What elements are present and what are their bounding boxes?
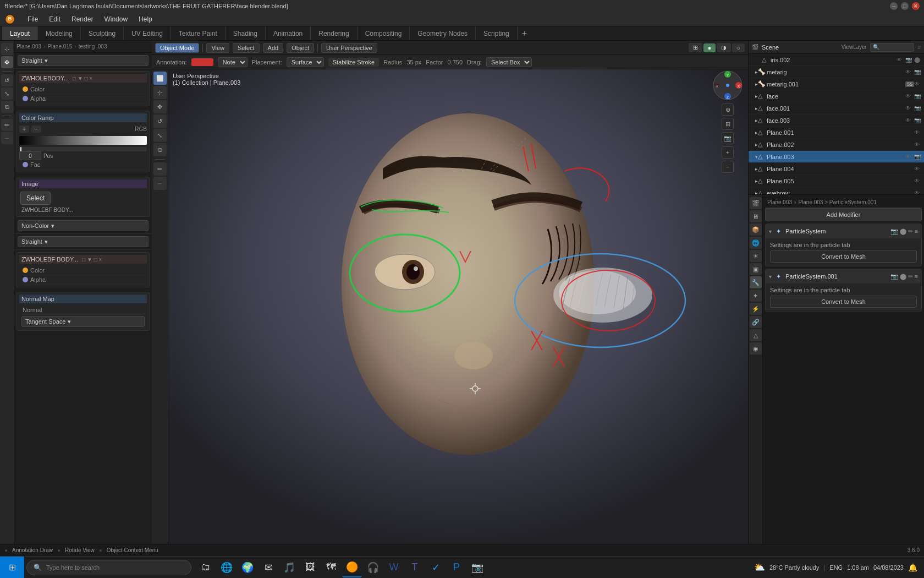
tab-texture-paint[interactable]: Texture Paint — [171, 26, 226, 40]
outliner-item-plane001[interactable]: ▸ △ Plane.001 👁 — [749, 127, 924, 139]
placement-select[interactable]: Surface — [287, 57, 324, 67]
outliner-item-plane005[interactable]: ▸ △ Plane.005 👁 — [749, 175, 924, 187]
taskbar-paint[interactable]: P — [447, 558, 466, 577]
outliner-filter-icon[interactable]: ≡ — [917, 44, 921, 50]
convert-to-mesh-btn-2[interactable]: Convert to Mesh — [770, 296, 917, 308]
annotate-btn[interactable]: ✏ — [1, 119, 13, 131]
object-data-props-btn[interactable]: △ — [750, 329, 762, 341]
scale-tool[interactable]: ⤡ — [153, 129, 167, 142]
scale-tool-btn[interactable]: ⤡ — [1, 88, 13, 100]
straight-dropdown-1[interactable]: Straight ▾ — [18, 55, 148, 66]
taskbar-blender[interactable]: 🟠 — [342, 558, 362, 577]
rendered-btn[interactable]: ○ — [732, 43, 745, 52]
rotate-tool-btn[interactable]: ↺ — [1, 74, 13, 86]
close-button[interactable]: ✕ — [912, 2, 920, 10]
annotation-color[interactable] — [191, 58, 213, 66]
annotate-tool[interactable]: ✏ — [153, 162, 167, 176]
taskbar-word[interactable]: W — [384, 558, 404, 577]
cr-pos-input[interactable] — [19, 151, 41, 160]
taskbar-camera2[interactable]: 📷 — [468, 558, 487, 577]
modifier-props-btn active[interactable]: 🔧 — [750, 276, 762, 288]
zoom-in-btn[interactable]: + — [722, 146, 734, 159]
cr-remove-btn[interactable]: − — [31, 126, 41, 133]
tab-sculpting[interactable]: Sculpting — [81, 26, 124, 40]
stabilize-stroke-btn[interactable]: Stabilize Stroke — [328, 58, 379, 67]
straight-dropdown-2[interactable]: Straight ▾ — [18, 236, 148, 247]
move-tool-btn[interactable]: ✥ — [1, 56, 13, 68]
tab-rendering[interactable]: Rendering — [311, 26, 357, 40]
mod2-cam-icon[interactable]: 📷 — [890, 273, 898, 280]
taskbar-maps[interactable]: 🗺 — [321, 558, 341, 577]
select-button[interactable]: Select — [20, 192, 51, 205]
output-props-btn[interactable]: 🖥 — [750, 210, 762, 222]
vp-view-btn[interactable]: View — [206, 43, 229, 53]
maximize-button[interactable]: □ — [901, 2, 909, 10]
taskbar-music[interactable]: 🎵 — [279, 558, 299, 577]
modifier-header-2[interactable]: ▾ ✦ ParticleSystem.001 📷 ⬤ ✏ ≡ — [766, 269, 921, 283]
bc-testing003[interactable]: testing .003 — [79, 43, 107, 50]
convert-to-mesh-btn-1[interactable]: Convert to Mesh — [770, 250, 917, 263]
menu-render[interactable]: Render — [66, 12, 98, 26]
tangent-space-dropdown[interactable]: Tangent Space ▾ — [21, 316, 145, 327]
solid-btn[interactable]: ● — [703, 43, 716, 52]
scene-props-btn[interactable]: 🌐 — [750, 237, 762, 249]
object-mode-btn[interactable]: Object Mode — [155, 43, 199, 53]
viewport-canvas[interactable] — [168, 69, 748, 548]
tab-layout[interactable]: Layout — [2, 26, 38, 40]
cursor-tool[interactable]: ⊹ — [153, 86, 167, 99]
taskbar-photos[interactable]: 🖼 — [300, 558, 320, 577]
window-controls[interactable]: ─ □ ✕ — [890, 2, 920, 10]
outliner-item-iris002[interactable]: △ iris.002 👁 📷 ⬤ — [749, 54, 924, 66]
add-modifier-button[interactable]: Add Modifier — [765, 208, 922, 221]
mod2-edit-icon[interactable]: ✏ — [908, 273, 913, 280]
vp-add-btn[interactable]: Add — [263, 43, 284, 53]
vp-object-name[interactable]: User Perspective — [321, 43, 377, 53]
taskbar-teams[interactable]: T — [405, 558, 425, 577]
outliner-item-face003[interactable]: ▸ △ face.003 👁 📷 — [749, 114, 924, 127]
outliner-item-plane002[interactable]: ▸ △ Plane.002 👁 — [749, 139, 924, 151]
tab-modeling[interactable]: Modeling — [38, 26, 81, 40]
non-color-dropdown[interactable]: Non-Color ▾ — [18, 220, 148, 231]
tab-shading[interactable]: Shading — [226, 26, 266, 40]
add-workspace-button[interactable]: + — [518, 29, 531, 39]
bc-plane015[interactable]: Plane.015 — [47, 43, 72, 50]
measure-btn[interactable]: ⏤ — [1, 132, 13, 144]
navigation-gizmo[interactable]: X -X Y Z — [712, 69, 744, 101]
tab-geometry-nodes[interactable]: Geometry Nodes — [410, 26, 476, 40]
menu-help[interactable]: Help — [133, 12, 158, 26]
drag-select[interactable]: Select Box — [486, 57, 532, 67]
menu-file[interactable]: File — [22, 12, 43, 26]
mod1-cam-icon[interactable]: 📷 — [890, 228, 898, 235]
vp-object-btn[interactable]: Object — [287, 43, 314, 53]
constraint-props-btn[interactable]: 🔗 — [750, 316, 762, 328]
taskbar-chrome[interactable]: 🌍 — [238, 558, 257, 577]
transform-tool[interactable]: ⧉ — [153, 143, 167, 156]
perspective-toggle-btn[interactable]: ⊛ — [722, 103, 734, 116]
vp-select-btn[interactable]: Select — [233, 43, 260, 53]
outliner-item-plane003[interactable]: ▾ △ Plane.003 👁 📷 — [749, 151, 924, 163]
mod1-render-icon[interactable]: ⬤ — [900, 228, 906, 235]
mod2-render-icon[interactable]: ⬤ — [900, 273, 906, 280]
color-ramp-gradient[interactable] — [19, 136, 147, 145]
wireframe-btn[interactable]: ⊞ — [689, 43, 702, 52]
measure-tool[interactable]: ⏤ — [153, 177, 167, 190]
outliner-search-input[interactable] — [870, 43, 914, 52]
camera-view-btn[interactable]: 📷 — [722, 132, 734, 144]
material-props-btn[interactable]: ◉ — [750, 342, 762, 355]
menu-edit[interactable]: Edit — [43, 12, 66, 26]
face-render[interactable] — [168, 69, 748, 548]
minimize-button[interactable]: ─ — [890, 2, 898, 10]
cr-add-btn[interactable]: + — [19, 126, 29, 133]
notification-icon[interactable]: 🔔 — [908, 563, 917, 572]
move-tool[interactable]: ✥ — [153, 100, 167, 113]
outliner-item-eyebrow[interactable]: ▸ △ eyebrow 👁 — [749, 187, 924, 195]
outliner-item-metarig[interactable]: ▸ 🦴 metarig 👁 📷 — [749, 66, 924, 78]
cursor-tool-btn[interactable]: ⊹ — [1, 43, 13, 55]
outliner-item-face001[interactable]: ▸ △ face.001 👁 📷 — [749, 102, 924, 114]
modifier-header-1[interactable]: ▾ ✦ ParticleSystem 📷 ⬤ ✏ ≡ — [766, 224, 921, 238]
menu-window[interactable]: Window — [98, 12, 133, 26]
transform-tool-btn[interactable]: ⧉ — [1, 101, 13, 113]
tab-compositing[interactable]: Compositing — [358, 26, 410, 40]
taskbar-spotify[interactable]: 🎧 — [363, 558, 383, 577]
zoom-out-btn[interactable]: − — [722, 161, 734, 173]
